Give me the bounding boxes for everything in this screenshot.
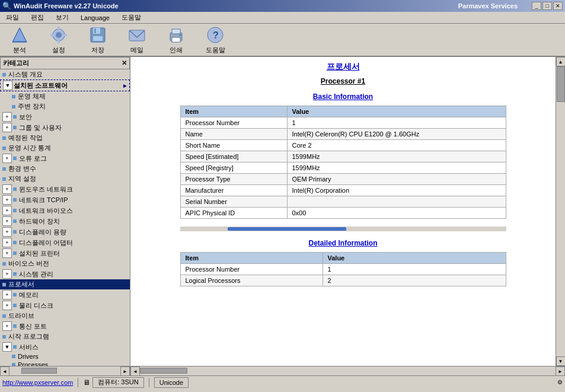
expand-icon: +	[2, 184, 12, 194]
basic-table-row: Speed [Registry]1599MHz	[180, 162, 506, 174]
sidebar-title: 카테고리 ✕	[0, 57, 130, 69]
sidebar-item-network-tcpip[interactable]: + 네트워크 TCP/IP	[0, 195, 130, 205]
close-button[interactable]: ✕	[553, 2, 563, 10]
basic-table-value: 1	[287, 117, 506, 129]
menu-file[interactable]: 파일	[2, 12, 23, 23]
divider2	[149, 378, 149, 387]
bullet-icon	[12, 95, 15, 98]
toolbar: 분석 설정 저장	[0, 24, 565, 57]
bullet-icon	[13, 187, 17, 191]
expand-icon: +	[2, 123, 12, 132]
v-scrollbar[interactable]: ▲ ▼	[556, 57, 565, 366]
menu-edit[interactable]: 편집	[27, 12, 47, 23]
svg-text:?: ?	[213, 30, 219, 40]
sidebar-item-processor[interactable]: 프로세서	[0, 279, 130, 289]
expand-icon: +	[2, 227, 12, 237]
sidebar-item-bios-version[interactable]: 바이오스 버전	[0, 259, 130, 269]
expand-icon: +	[2, 195, 12, 205]
basic-table-value	[287, 196, 506, 208]
sidebar-item-uptime[interactable]: 운영 시간 통계	[0, 143, 130, 153]
sidebar-item-physical-disk[interactable]: + 물리 디스크	[0, 300, 130, 311]
bullet-icon	[13, 324, 17, 328]
basic-table-value: 0x00	[287, 208, 506, 219]
sidebar-item-startup-programs[interactable]: 시작 프로그램	[0, 332, 130, 342]
sidebar-scroll-thumb[interactable]	[21, 368, 57, 374]
brand-label: Parmavex Services	[458, 2, 518, 9]
minimize-button[interactable]: _	[532, 2, 541, 10]
menu-help[interactable]: 도움말	[118, 12, 145, 23]
content-area: 프로세서 Processor #1 Basic Information Item…	[130, 57, 556, 366]
bullet-icon	[13, 209, 17, 212]
sidebar-item-network-bios[interactable]: + 네트워크 바이오스	[0, 205, 130, 216]
website-link[interactable]: http://www.pxserver.com	[2, 379, 73, 386]
bullet-icon	[13, 115, 17, 119]
sidebar-close-button[interactable]: ✕	[122, 59, 127, 67]
mail-label: 메일	[130, 46, 143, 55]
sidebar-item-system-overview[interactable]: 시스템 개요	[0, 69, 130, 79]
detailed-table-row: Processor Number1	[180, 264, 506, 275]
h-scrollbar[interactable]	[180, 226, 506, 232]
toolbar-print[interactable]: 인쇄	[161, 26, 191, 55]
sidebar-item-env-vars[interactable]: 환경 변수	[0, 164, 130, 174]
sidebar-item-printers[interactable]: + 설치된 프린터	[0, 248, 130, 259]
content-scroll-left[interactable]: ◄	[130, 366, 140, 376]
computer-status: 컴퓨터: 3SUN	[92, 377, 143, 388]
menu-view[interactable]: 보기	[52, 12, 72, 23]
content-h-scrollbar[interactable]: ◄ ►	[130, 366, 565, 375]
detailed-table-value: 2	[323, 275, 506, 286]
sidebar-item-drive[interactable]: 드라이브	[0, 311, 130, 321]
toolbar-mail[interactable]: 메일	[122, 26, 152, 55]
toolbar-settings[interactable]: 설정	[44, 26, 74, 55]
sidebar-item-installed-software[interactable]: ▼ 설치된 소프트웨어 ►	[0, 79, 130, 91]
sidebar-item-regional[interactable]: 지역 설정	[0, 174, 130, 184]
sidebar-item-drivers[interactable]: Drivers	[0, 352, 130, 361]
basic-table-row: Processor TypeOEM Primary	[180, 174, 506, 185]
svg-rect-4	[58, 27, 60, 30]
menu-language[interactable]: Language	[77, 14, 113, 22]
detailed-table-value: 1	[323, 264, 506, 275]
content-scroll-thumb[interactable]	[140, 368, 187, 374]
sidebar-scroll-right[interactable]: ►	[120, 366, 130, 376]
sidebar-item-display-adapter[interactable]: + 디스플레이 어댑터	[0, 237, 130, 248]
svg-rect-11	[94, 28, 96, 33]
svg-point-3	[56, 32, 62, 38]
svg-rect-5	[58, 40, 60, 43]
sidebar-item-os[interactable]: 운영 체제	[0, 91, 130, 101]
help-icon: ?	[206, 26, 225, 44]
toolbar-analyze[interactable]: 분석	[5, 26, 34, 55]
page-subtitle: Processor #1	[140, 77, 546, 85]
bottom-scrollbar-area: ◄ ► ◄ ►	[0, 366, 565, 375]
bullet-icon	[2, 262, 6, 266]
bullet-icon	[2, 136, 6, 140]
sidebar-item-system-management[interactable]: + 시스템 관리	[0, 269, 130, 279]
sidebar-item-memory[interactable]: + 메모리	[0, 289, 130, 300]
sidebar-item-services[interactable]: ▼ 서비스	[0, 342, 130, 352]
scroll-up-button[interactable]: ▲	[556, 57, 566, 66]
toolbar-save[interactable]: 저장	[83, 26, 113, 55]
sidebar-item-display-capacity[interactable]: + 디스플레이 용량	[0, 227, 130, 237]
sidebar-scroll-left[interactable]: ◄	[0, 366, 9, 376]
sidebar-item-scheduled-tasks[interactable]: 예정된 작업	[0, 133, 130, 143]
scroll-down-button[interactable]: ▼	[556, 356, 566, 366]
scroll-thumb[interactable]	[557, 66, 565, 102]
content-scroll-right[interactable]: ►	[556, 366, 565, 376]
basic-table-item: Short Name	[180, 140, 287, 151]
sidebar-item-error-log[interactable]: + 오류 로그	[0, 153, 130, 164]
sidebar-item-security[interactable]: + 보안	[0, 111, 130, 122]
sidebar-item-peripherals[interactable]: 주변 장치	[0, 101, 130, 111]
expand-icon: +	[2, 301, 12, 310]
analyze-icon	[10, 26, 29, 44]
toolbar-help[interactable]: ? 도움말	[200, 26, 230, 55]
restore-button[interactable]: □	[542, 2, 552, 10]
basic-table-item: Speed [Estimated]	[180, 151, 287, 162]
sidebar-item-groups-users[interactable]: + 그룹 및 사용자	[0, 122, 130, 133]
basic-table-item: APIC Physical ID	[180, 208, 287, 219]
bullet-icon	[13, 241, 17, 244]
sidebar-item-windows-network[interactable]: + 윈도우즈 네트워크	[0, 184, 130, 195]
arrow-right-icon: ►	[122, 82, 128, 89]
sidebar-item-hardware[interactable]: + 하드웨어 장치	[0, 216, 130, 227]
bullet-icon	[2, 335, 6, 339]
sidebar-item-processes[interactable]: Processes	[0, 361, 130, 366]
sidebar-item-comm-port[interactable]: + 통신 포트	[0, 321, 130, 332]
sidebar-h-scrollbar[interactable]: ◄ ►	[0, 366, 130, 375]
